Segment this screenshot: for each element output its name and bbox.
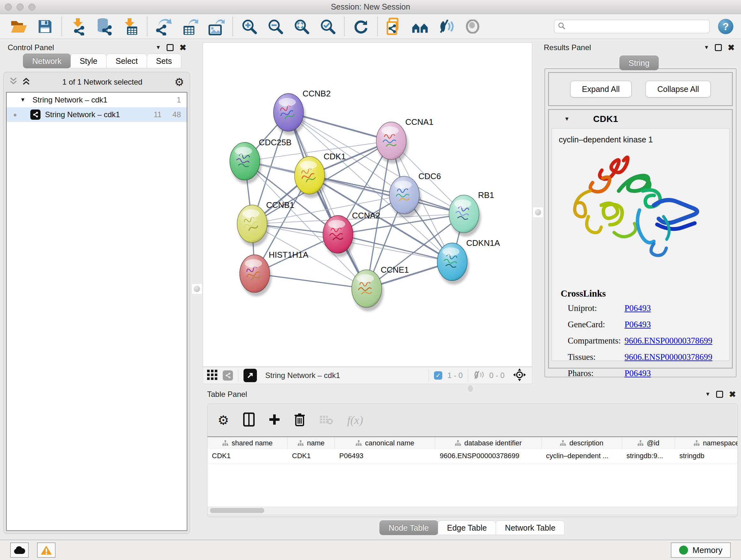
- network-node-CDK1[interactable]: [294, 157, 327, 198]
- network-node-CCNA1[interactable]: [376, 122, 408, 164]
- table-horizontal-scrollbar[interactable]: [207, 507, 738, 514]
- network-tree: ▼ String Network – cdk1 1 ● String Netwo…: [6, 92, 187, 531]
- tab-edge-table[interactable]: Edge Table: [438, 520, 496, 535]
- export-image-icon[interactable]: [207, 17, 225, 36]
- tab-sets[interactable]: Sets: [147, 54, 181, 68]
- zoom-fit-icon[interactable]: [293, 17, 310, 36]
- export-table-icon[interactable]: [181, 17, 199, 36]
- tab-network-table[interactable]: Network Table: [495, 520, 564, 535]
- crosslink-link[interactable]: P06493: [624, 368, 651, 378]
- control-panel-close-icon[interactable]: ✖: [179, 44, 186, 52]
- network-edge-CDK1-RB1[interactable]: [310, 175, 464, 214]
- column-header-canonical-name[interactable]: canonical name: [335, 437, 435, 449]
- crosslink-row: Pharos:P06493: [561, 368, 723, 378]
- results-panel-float-icon[interactable]: [715, 44, 722, 51]
- network-share-icon[interactable]: [223, 370, 233, 381]
- zoom-selected-icon[interactable]: [319, 17, 336, 36]
- scrollbar-thumb[interactable]: [210, 508, 264, 513]
- add-column-icon[interactable]: [269, 414, 280, 427]
- detach-view-icon[interactable]: [244, 369, 257, 382]
- network-node-HIST1H1A[interactable]: [240, 255, 272, 296]
- control-panel-float-icon[interactable]: [166, 44, 174, 51]
- network-node-CDKN1A[interactable]: [437, 243, 469, 285]
- network-node-CCNE1[interactable]: [352, 270, 384, 311]
- show-glance-icon[interactable]: [438, 17, 455, 36]
- help-icon[interactable]: ?: [718, 19, 733, 34]
- pan-crosshair-icon[interactable]: [513, 368, 526, 383]
- hidden-eye-icon[interactable]: [473, 370, 484, 381]
- gene-collapse-icon[interactable]: ▼: [564, 116, 569, 122]
- table-cell[interactable]: stringdb: [675, 449, 738, 463]
- table-row[interactable]: CDK1CDK1P064939606.ENSP00000378699cyclin…: [207, 449, 738, 463]
- memory-label: Memory: [692, 545, 723, 555]
- table-cell[interactable]: CDK1: [287, 449, 335, 463]
- import-database-icon[interactable]: [96, 17, 113, 36]
- eye-icon[interactable]: [464, 17, 481, 36]
- expand-all-button[interactable]: Expand All: [570, 81, 631, 98]
- tab-style[interactable]: Style: [71, 54, 107, 68]
- column-header-namespace[interactable]: namespace: [675, 437, 738, 449]
- network-node-CCNA2[interactable]: [323, 215, 355, 257]
- column-header-description[interactable]: description: [542, 437, 622, 449]
- left-divider-handle[interactable]: [192, 284, 202, 294]
- duplicate-network-icon[interactable]: [386, 17, 403, 36]
- table-panel-close-icon[interactable]: ✖: [729, 390, 736, 398]
- network-node-CCNB1[interactable]: [237, 205, 269, 246]
- table-cell[interactable]: stringdb:9...: [622, 449, 675, 463]
- zoom-out-icon[interactable]: [267, 17, 284, 36]
- crosslink-link[interactable]: P06493: [624, 303, 651, 313]
- search-input[interactable]: [568, 22, 706, 31]
- tab-select[interactable]: Select: [106, 54, 147, 68]
- collapse-all-button[interactable]: Collapse All: [646, 81, 711, 98]
- zoom-in-icon[interactable]: [241, 17, 258, 36]
- birdseye-grid-icon[interactable]: [207, 369, 218, 381]
- memory-button[interactable]: Memory: [671, 543, 731, 558]
- control-panel-menu-icon[interactable]: ▼: [155, 44, 161, 51]
- string-home-icon[interactable]: [412, 17, 429, 36]
- table-cell[interactable]: P06493: [335, 449, 435, 463]
- column-header-database-identifier[interactable]: database identifier: [435, 437, 542, 449]
- network-node-CCNB2[interactable]: [273, 94, 306, 135]
- open-file-icon[interactable]: [10, 17, 27, 36]
- show-columns-icon[interactable]: [243, 413, 255, 428]
- refresh-icon[interactable]: [352, 17, 369, 36]
- results-panel-menu-icon[interactable]: ▼: [704, 44, 709, 51]
- export-network-icon[interactable]: [155, 17, 172, 36]
- table-cell[interactable]: 9606.ENSP00000378699: [435, 449, 542, 463]
- network-edge-CCNB2-CCNE1[interactable]: [288, 112, 367, 289]
- network-tree-item[interactable]: ● String Network – cdk1 11 48: [7, 107, 187, 122]
- tree-collapse-icon[interactable]: ▼: [20, 97, 25, 103]
- crosslink-link[interactable]: P06493: [624, 320, 651, 329]
- tab-string[interactable]: String: [619, 56, 659, 70]
- crosslink-link[interactable]: 9606.ENSP00000378699: [624, 352, 712, 362]
- search-box[interactable]: [554, 20, 710, 33]
- selected-checkbox-icon[interactable]: ✓: [434, 371, 442, 380]
- network-canvas[interactable]: CCNB2CCNA1CDC25BCDK1CDC6RB1CCNB1CCNA2CDK…: [203, 43, 532, 367]
- network-node-CDC6[interactable]: [389, 176, 421, 218]
- protein-structure-image: [558, 148, 705, 272]
- cloud-button[interactable]: [10, 543, 29, 558]
- table-panel-menu-icon[interactable]: ▼: [705, 391, 711, 397]
- delete-column-icon[interactable]: [294, 413, 305, 428]
- tab-node-table[interactable]: Node Table: [380, 520, 438, 535]
- table-panel-float-icon[interactable]: [716, 391, 723, 398]
- expand-all-icon[interactable]: [22, 77, 30, 87]
- import-network-icon[interactable]: [70, 17, 87, 36]
- table-cell[interactable]: CDK1: [207, 449, 287, 463]
- network-node-RB1[interactable]: [449, 195, 481, 237]
- column-header-shared-name[interactable]: shared name: [207, 437, 287, 449]
- gear-icon[interactable]: ⚙: [175, 77, 184, 87]
- collapse-all-icon[interactable]: [9, 77, 17, 87]
- crosslink-link[interactable]: 9606.ENSP00000378699: [624, 336, 712, 346]
- warning-button[interactable]: [37, 543, 56, 558]
- network-tree-root[interactable]: ▼ String Network – cdk1 1: [7, 92, 187, 107]
- save-session-icon[interactable]: [37, 17, 54, 36]
- column-header-name[interactable]: name: [287, 437, 335, 449]
- table-cell[interactable]: cyclin–dependent ...: [542, 449, 622, 463]
- import-table-icon[interactable]: [122, 17, 139, 36]
- column-header--id[interactable]: @id: [622, 437, 675, 449]
- network-node-CDC25B[interactable]: [230, 142, 262, 184]
- table-settings-gear-icon[interactable]: ⚙: [218, 414, 229, 427]
- results-panel-close-icon[interactable]: ✖: [728, 44, 735, 52]
- tab-network[interactable]: Network: [23, 54, 71, 68]
